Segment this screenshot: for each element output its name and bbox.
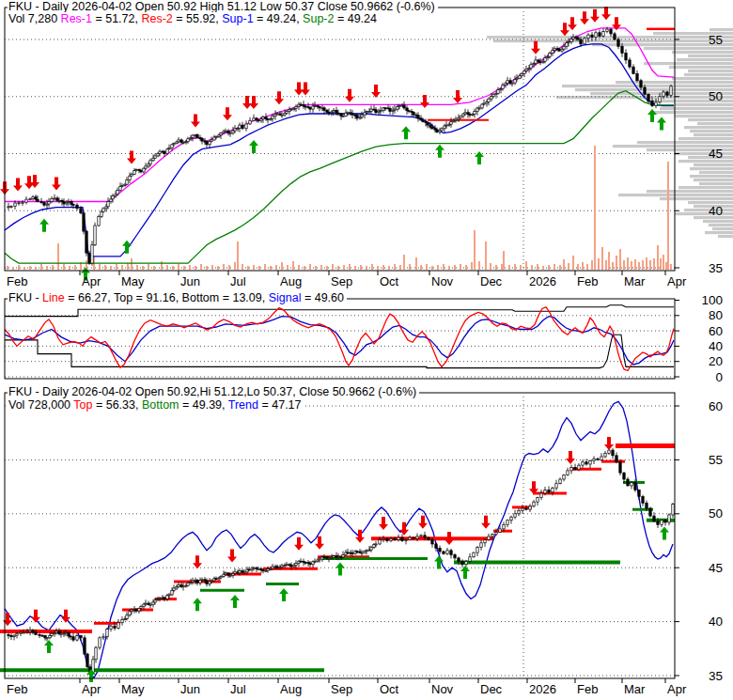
buy-arrow-icon: [193, 598, 202, 611]
x-axis-label: 2026: [529, 682, 556, 696]
trend-line: [5, 401, 673, 677]
candlestick: [157, 153, 159, 155]
candlestick: [582, 462, 584, 465]
candlestick: [70, 636, 71, 637]
candlestick: [159, 598, 161, 599]
candlestick: [578, 465, 580, 470]
candlestick: [491, 97, 492, 99]
candlestick: [567, 471, 569, 475]
candlestick: [39, 634, 40, 635]
sell-arrow-icon: [127, 150, 136, 163]
candlestick: [554, 49, 555, 51]
x-axis-label: Aug: [280, 274, 302, 288]
volume-profile-bar: [678, 137, 733, 140]
sell-arrow-icon: [52, 177, 61, 190]
candlestick: [13, 635, 15, 637]
volume-bar: [471, 262, 473, 270]
candlestick: [597, 459, 599, 459]
candlestick: [335, 110, 337, 113]
volume-bar: [495, 265, 497, 270]
candlestick: [610, 29, 612, 34]
y-axis-label: 0: [715, 370, 723, 384]
candlestick: [619, 462, 621, 473]
candlestick: [625, 54, 627, 60]
volume-profile-bar: [678, 160, 733, 163]
volume-profile-bar: [675, 115, 733, 117]
candlestick: [351, 114, 353, 116]
y-axis-label: 35: [709, 261, 723, 275]
candlestick: [182, 142, 184, 143]
candlestick: [309, 563, 311, 565]
candlestick: [173, 588, 175, 590]
candlestick: [401, 537, 403, 540]
candlestick: [666, 92, 668, 96]
candlestick: [627, 479, 629, 486]
header-text-segment: FKU -: [8, 291, 42, 304]
candlestick: [570, 467, 572, 470]
buy-arrow-icon: [230, 595, 240, 608]
candlestick: [319, 559, 320, 560]
buy-arrow-icon: [44, 640, 54, 653]
candlestick: [420, 536, 422, 537]
candlestick: [20, 632, 22, 633]
candlestick: [657, 521, 659, 524]
volume-bar: [665, 262, 667, 270]
candlestick: [276, 567, 278, 568]
candlestick: [94, 226, 96, 245]
buy-arrow-icon: [401, 126, 411, 139]
volume-bar: [104, 265, 106, 270]
panel2-header-line1: FKU - Line = 66.27, Top = 91.16, Bottom …: [8, 292, 347, 304]
chart-window: 3540455055AprMayJunJulAugSepOctNovDec202…: [0, 0, 733, 700]
volume-bar: [309, 264, 311, 270]
candlestick: [347, 552, 349, 553]
volume-bar: [237, 241, 239, 270]
sell-arrow-icon: [294, 83, 304, 96]
x-axis-label: Apr: [667, 274, 687, 288]
candlestick: [168, 595, 170, 596]
candlestick: [446, 551, 448, 553]
candlestick: [518, 510, 520, 513]
candlestick: [530, 65, 532, 69]
volume-profile-bar: [690, 167, 733, 170]
candlestick: [154, 600, 156, 602]
candlestick: [544, 57, 546, 61]
candlestick: [661, 521, 663, 525]
candlestick: [29, 199, 31, 200]
candlestick: [370, 547, 372, 550]
volume-bar: [320, 265, 322, 270]
candlestick: [614, 34, 616, 39]
candlestick: [670, 86, 672, 96]
volume-bar: [377, 266, 379, 270]
candlestick: [397, 106, 398, 109]
y-axis-label: 60: [709, 399, 723, 413]
volume-profile-bar: [647, 190, 733, 193]
candlestick: [413, 537, 414, 538]
candlestick: [253, 118, 255, 120]
volume-profile-bar: [672, 51, 733, 54]
sell-arrow-icon: [223, 107, 232, 120]
candlestick: [664, 521, 666, 522]
candlestick: [168, 148, 170, 148]
volume-bar: [431, 266, 433, 270]
volume-bar: [127, 263, 129, 270]
volume-bar: [178, 264, 179, 270]
candlestick: [398, 105, 400, 106]
res-1-line: [5, 28, 674, 202]
candlestick: [631, 483, 632, 486]
sell-arrow-icon: [566, 451, 575, 464]
sup-2-line: [5, 91, 674, 263]
volume-bar: [270, 266, 272, 270]
panel-border: [5, 393, 675, 678]
volume-bar: [594, 146, 596, 270]
candlestick: [211, 581, 212, 582]
candlestick: [248, 569, 250, 570]
candlestick: [133, 171, 135, 175]
volume-bar: [514, 264, 516, 270]
volume-bar: [437, 265, 439, 270]
x-axis-label: Aug: [280, 682, 302, 696]
candlestick: [29, 630, 31, 631]
volume-bar: [12, 267, 14, 270]
header-text-segment: Sup-2: [303, 12, 334, 25]
x-axis-label: Dec: [480, 682, 503, 696]
candlestick: [507, 521, 508, 525]
